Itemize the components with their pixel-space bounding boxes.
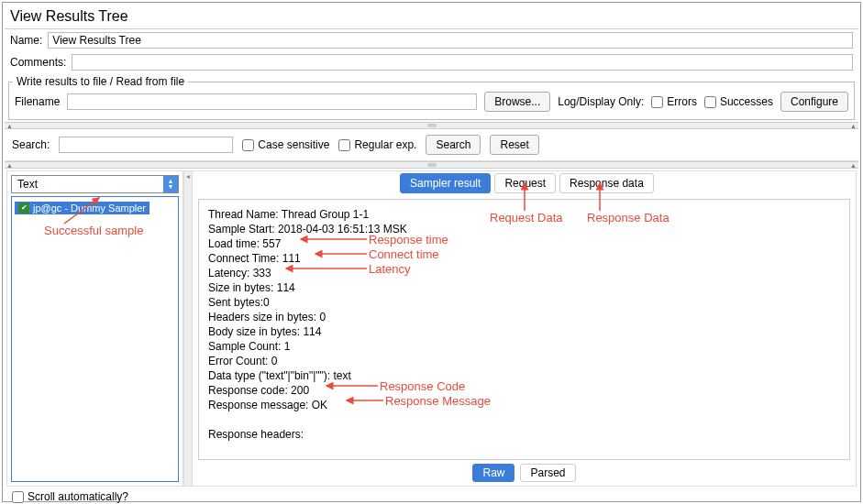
- successes-checkbox[interactable]: Successes: [704, 95, 773, 108]
- result-line: Data type ("text"|"bin"|""): text: [208, 368, 840, 383]
- renderer-dropdown[interactable]: Text ▲▼: [11, 175, 179, 193]
- result-line: Load time: 557: [208, 236, 840, 251]
- page-title: View Results Tree: [5, 5, 858, 29]
- result-line: Size in bytes: 114: [208, 280, 840, 295]
- name-label: Name:: [10, 34, 42, 47]
- comments-input[interactable]: [72, 54, 853, 71]
- renderer-selected: Text: [12, 178, 163, 191]
- result-line: Response code: 200: [208, 383, 840, 398]
- scroll-auto-checkbox[interactable]: Scroll automatically?: [12, 490, 128, 503]
- result-line: Sample Start: 2018-04-03 16:51:13 MSK: [208, 222, 840, 236]
- tab-request[interactable]: Request: [494, 173, 556, 193]
- reset-button[interactable]: Reset: [490, 135, 538, 155]
- result-line: Headers size in bytes: 0: [208, 310, 840, 324]
- results-tree[interactable]: ✔ jp@gc - Dummy Sampler: [11, 196, 179, 482]
- file-section: Write results to file / Read from file F…: [8, 75, 855, 120]
- result-line: Connect Time: 111: [208, 251, 840, 266]
- parsed-button[interactable]: Parsed: [520, 464, 575, 482]
- result-line: Latency: 333: [208, 266, 840, 280]
- result-line: Body size in bytes: 114: [208, 324, 840, 339]
- name-input[interactable]: [48, 32, 853, 49]
- dropdown-arrows-icon: ▲▼: [163, 176, 178, 192]
- result-line: Thread Name: Thread Group 1-1: [208, 207, 840, 222]
- result-line: Response headers:: [208, 427, 840, 442]
- file-section-legend: Write results to file / Read from file: [13, 75, 188, 88]
- result-line: Response message: OK: [208, 398, 840, 412]
- result-line: [208, 456, 840, 460]
- result-text-area[interactable]: Thread Name: Thread Group 1-1Sample Star…: [198, 199, 850, 460]
- errors-checkbox[interactable]: Errors: [651, 95, 697, 108]
- tree-item-sample[interactable]: ✔ jp@gc - Dummy Sampler: [15, 202, 149, 214]
- tree-item-label: jp@gc - Dummy Sampler: [33, 203, 146, 214]
- regex-checkbox[interactable]: Regular exp.: [338, 138, 416, 151]
- result-line: Sent bytes:0: [208, 295, 840, 310]
- collapse-bar-2[interactable]: ▲▲: [5, 161, 858, 169]
- collapse-bar-1[interactable]: ▲▲: [5, 122, 858, 129]
- tab-response-data[interactable]: Response data: [559, 173, 654, 193]
- tab-sampler-result[interactable]: Sampler result: [400, 173, 491, 193]
- filename-label: Filename: [15, 95, 60, 108]
- case-sensitive-checkbox[interactable]: Case sensitive: [242, 138, 329, 151]
- comments-label: Comments:: [10, 56, 66, 69]
- search-button[interactable]: Search: [426, 135, 481, 155]
- vertical-splitter[interactable]: ◄: [183, 171, 193, 486]
- result-line: [208, 412, 840, 427]
- filename-input[interactable]: [67, 93, 477, 110]
- result-line: [208, 442, 840, 456]
- configure-button[interactable]: Configure: [780, 92, 848, 112]
- result-line: Error Count: 0: [208, 354, 840, 368]
- search-label: Search:: [12, 138, 50, 151]
- search-input[interactable]: [59, 137, 233, 153]
- result-line: Sample Count: 1: [208, 339, 840, 354]
- browse-button[interactable]: Browse...: [484, 92, 550, 112]
- log-display-label: Log/Display Only:: [558, 95, 644, 108]
- raw-button[interactable]: Raw: [472, 464, 514, 482]
- success-icon: ✔: [18, 203, 29, 214]
